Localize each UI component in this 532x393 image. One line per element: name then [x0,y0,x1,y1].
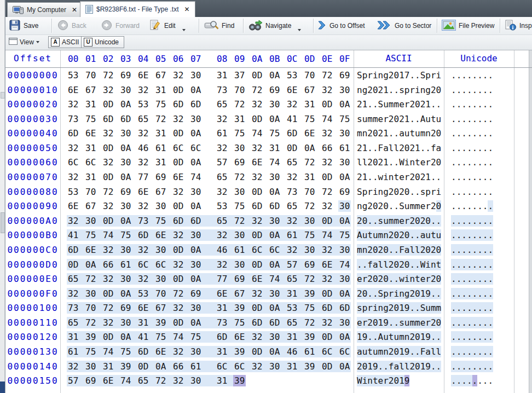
hex-byte[interactable]: 31 [304,171,322,183]
hex-byte[interactable]: 31 [85,142,103,154]
unicode-char[interactable]: . [456,70,462,81]
hex-byte[interactable]: 32 [138,200,155,212]
ascii-char[interactable]: u [383,99,389,110]
unicode-char[interactable]: . [461,171,467,183]
unicode-char[interactable]: . [467,244,472,256]
ascii-char[interactable]: 2 [389,229,394,241]
hex-byte[interactable]: 65 [217,99,234,110]
ascii-char[interactable]: i [383,171,389,183]
ascii-char[interactable]: t [394,171,399,183]
ascii-char[interactable]: i [436,70,442,81]
hex-byte[interactable]: 69 [120,70,138,81]
hex-byte[interactable]: 6C [269,244,287,256]
hex-byte[interactable]: 6D [138,229,155,241]
hex-byte[interactable]: 75 [269,128,287,139]
hex-byte[interactable]: 72 [304,317,322,328]
unicode-char[interactable]: . [477,215,483,227]
hex-byte[interactable]: 32 [322,317,339,328]
unicode-char[interactable]: . [488,157,493,168]
ascii-char[interactable]: 1 [415,142,420,154]
unicode-char[interactable]: . [451,346,456,357]
ascii-char[interactable]: . [409,346,415,357]
hex-byte[interactable]: 32 [138,244,155,256]
ascii-char[interactable]: . [373,215,378,227]
unicode-char[interactable]: . [461,244,467,256]
unicode-char[interactable]: . [477,70,483,81]
hex-row[interactable]: 000000606C6C323032310D0A57696E7465723230… [5,155,532,170]
hex-byte[interactable]: 31 [85,99,103,110]
hex-byte[interactable]: 65 [217,215,234,227]
ascii-char[interactable]: m [409,317,415,328]
ascii-char[interactable]: p [404,84,410,96]
ascii-char[interactable]: A [357,229,362,241]
hex-byte[interactable]: 32 [103,244,120,256]
ascii-char[interactable]: n [367,375,373,386]
hex-byte[interactable]: 39 [234,375,252,386]
ascii-char[interactable]: w [378,171,384,183]
tab-file[interactable]: $R9238F6.txt - File Type .txt ✕ [80,1,195,17]
hex-byte[interactable]: 69 [339,186,357,198]
ascii-char[interactable]: . [362,259,368,270]
ascii-char[interactable]: 2 [420,244,426,256]
unicode-char[interactable]: . [456,244,462,256]
hex-byte[interactable]: 39 [234,302,252,314]
hex-byte[interactable]: 0A [304,142,322,154]
hex-byte[interactable]: 31 [138,317,155,328]
hex-byte[interactable]: 0D [322,171,339,183]
hex-byte[interactable]: 30 [339,200,357,212]
hex-byte[interactable]: 0A [269,346,287,357]
ascii-char[interactable]: i [394,288,399,299]
hex-byte[interactable]: 69 [85,375,103,386]
hex-byte[interactable]: 31 [217,70,234,81]
hex-byte[interactable]: 65 [287,273,304,285]
ascii-char[interactable]: 0 [436,157,442,168]
ascii-char[interactable]: 9 [362,331,368,343]
ascii-char[interactable]: 9 [404,346,410,357]
ascii-char[interactable]: . [436,331,442,343]
hex-byte[interactable]: 30 [339,273,357,285]
hex-byte[interactable]: 74 [269,273,287,285]
unicode-char[interactable]: . [472,317,478,328]
hex-byte[interactable]: 6D [269,317,287,328]
ascii-char[interactable]: 1 [362,171,368,183]
ascii-char[interactable]: 0 [436,317,442,328]
ascii-char[interactable]: i [373,302,378,314]
ascii-char[interactable]: 1 [362,142,368,154]
ascii-char[interactable]: . [389,244,394,256]
hex-byte[interactable]: 74 [322,229,339,241]
hex-byte[interactable]: 0D [252,346,269,357]
hex-byte[interactable]: 67 [155,186,173,198]
hex-byte[interactable]: 53 [68,186,85,198]
ascii-char[interactable]: s [420,186,426,198]
ascii-char[interactable]: . [373,142,378,154]
unicode-char[interactable]: . [483,331,488,343]
unicode-char[interactable]: . [456,99,462,110]
ascii-char[interactable]: r [425,273,431,285]
hex-byte[interactable]: 77 [138,171,155,183]
hex-byte[interactable]: 41 [287,113,304,125]
hex-byte[interactable]: 30 [304,244,322,256]
unicode-char[interactable]: . [461,361,467,372]
hex-byte[interactable]: 30 [155,273,173,285]
ascii-char[interactable]: u [436,229,442,241]
hex-byte[interactable]: 61 [155,142,173,154]
hex-byte[interactable]: 0D [252,186,269,198]
unicode-char[interactable]: . [483,375,488,386]
hex-byte[interactable]: 73 [68,302,85,314]
unicode-char[interactable]: . [451,273,456,285]
unicode-char[interactable]: . [483,273,488,285]
unicode-char[interactable]: . [472,70,478,81]
ascii-char[interactable]: f [389,361,394,372]
unicode-char[interactable]: . [488,259,493,270]
ascii-char[interactable]: . [409,113,415,125]
ascii-char[interactable]: m [373,113,378,125]
ascii-char[interactable]: 2 [409,142,415,154]
hex-row[interactable]: 000000D00D0A66616C6C323032300D0A57696E74… [5,257,532,272]
hex-byte[interactable]: 65 [68,317,85,328]
hex-byte[interactable]: 67 [85,200,103,212]
ascii-char[interactable]: 2 [378,273,384,285]
ascii-char[interactable]: t [431,113,436,125]
ascii-char[interactable]: u [362,229,368,241]
unicode-char[interactable]: . [451,113,456,125]
ascii-char[interactable]: . [425,142,431,154]
